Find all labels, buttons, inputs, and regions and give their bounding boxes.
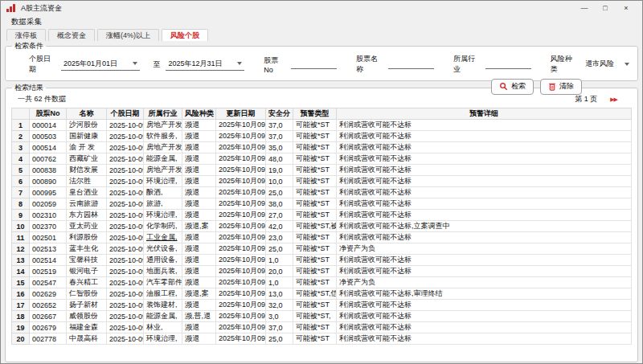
cell: 环境治理,	[144, 333, 182, 345]
industry-label: 所属行业	[453, 54, 480, 75]
table-row[interactable]: 6000890法尔胜2025-10-09环境治理,濒退2025年10月09日10…	[12, 176, 632, 187]
table-body: 1000014沙河股份2025-10-09房地产开发,濒退2025年10月09日…	[12, 120, 632, 345]
stock-no-input[interactable]	[291, 59, 337, 69]
cell: 2025-10-09	[107, 266, 144, 277]
stock-name-label: 股票名称	[356, 54, 383, 75]
tab-gainers-over-4pct[interactable]: 涨幅(4%)以上	[97, 29, 159, 41]
chevron-down-icon	[237, 62, 242, 65]
date-from-select[interactable]: 2025年01月01日	[61, 59, 140, 71]
minimize-icon[interactable]: —	[574, 2, 595, 14]
menu-data-collection[interactable]: 数据采集	[11, 17, 42, 27]
tab-limit-up-board[interactable]: 涨停板	[6, 29, 46, 41]
cell: 000503	[30, 131, 67, 142]
table-row[interactable]: 14002519银河电子2025-10-09地面兵装,濒退2025年10月09日…	[12, 266, 632, 277]
table-row[interactable]: 7000995皇台酒业2025-10-09酿酒,濒退2025年10月09日25,…	[12, 187, 632, 198]
tab-bar: 涨停板概念资金涨幅(4%)以上风险个股	[1, 29, 642, 41]
table-row[interactable]: 20002778中晟高科2025-10-09环境治理,濒退2025年10月09日…	[12, 333, 632, 345]
table-row[interactable]: 2000503国新健康2025-10-09软件服务,濒退2025年10月09日3…	[12, 131, 632, 142]
table-row[interactable]: 15002547春兴精工2025-10-09汽车零部件,濒退2025年10月09…	[12, 277, 632, 288]
cell: 002370	[30, 221, 67, 232]
table-row[interactable]: 8002059云南旅游2025-10-09旅游,濒退2025年10月09日38,…	[12, 198, 632, 210]
stock-name-input[interactable]	[388, 59, 434, 69]
cell: 利润或营收可能不达标	[337, 176, 632, 187]
column-header[interactable]: 预警类型	[293, 108, 337, 120]
column-header[interactable]: 更新日期	[216, 108, 266, 120]
cell: 2025-10-09	[107, 120, 144, 131]
cell: 2025-10-09	[107, 142, 144, 153]
table-row[interactable]: 12002513蓝丰生化2025-10-09光伏设备,濒退2025年10月09日…	[12, 243, 632, 255]
cell: 濒退	[182, 277, 216, 288]
results-table: 股票No名称个股日期所属行业风险种类更新日期安全分预警类型预警详细 100001…	[11, 108, 632, 345]
cell: 宝馨科技	[67, 255, 107, 266]
row-number: 1	[12, 120, 30, 131]
risk-type-select[interactable]: 退市风险	[583, 59, 632, 70]
cell: 23,0	[266, 232, 293, 243]
cell: 沙河股份	[67, 120, 107, 131]
close-icon[interactable]: ×	[616, 2, 637, 14]
date-from-value: 2025年01月01日	[63, 59, 117, 69]
table-row[interactable]: 13002514宝馨科技2025-10-09通用设备,濒退2025年10月09日…	[12, 255, 632, 266]
cell: 濒退	[182, 300, 216, 311]
search-button[interactable]: 检索	[491, 79, 534, 95]
row-number: 14	[12, 266, 30, 277]
cell: 可能被*ST	[293, 277, 337, 288]
column-header[interactable]: 名称	[67, 108, 107, 120]
tab-concept-funds[interactable]: 概念资金	[48, 29, 95, 41]
column-header[interactable]: 预警详细	[337, 108, 632, 120]
column-header[interactable]: 所属行业	[144, 108, 182, 120]
table-row[interactable]: 9002310东方园林2025-10-09环境治理,濒退2025年10月09日2…	[12, 210, 632, 221]
cell: 2025年10月09日	[216, 333, 266, 345]
table-row[interactable]: 16002629仁智股份2025-10-09油服工程,濒退,案2025年10月0…	[12, 288, 632, 300]
cell: 可能被*ST,信披...	[293, 288, 337, 300]
column-header[interactable]: 个股日期	[107, 108, 144, 120]
cell: 2025-10-09	[107, 288, 144, 300]
column-header[interactable]: 安全分	[266, 108, 293, 120]
tab-risk-stocks[interactable]: 风险个股	[162, 29, 208, 41]
result-count: 一共 62 件数据	[18, 94, 66, 104]
row-number: 17	[12, 300, 30, 311]
cell: 濒退	[182, 120, 216, 131]
cell: 000014	[30, 120, 67, 131]
cell: 国新健康	[67, 131, 107, 142]
cell: 濒退	[182, 232, 216, 243]
cell: 2025年10月09日	[216, 277, 266, 288]
table-row[interactable]: 18002667威领股份2025-10-09能源金属,濒,普,退2025年10月…	[12, 311, 632, 322]
cell: 20,0	[266, 266, 293, 277]
table-row[interactable]: 17002652扬子新材2025-10-09装饰建材,濒退2025年10月09日…	[12, 300, 632, 311]
cell: 2025年10月09日	[216, 322, 266, 333]
row-number: 15	[12, 277, 30, 288]
cell: 2025年10月09日	[216, 165, 266, 176]
cell: 002652	[30, 300, 67, 311]
table-row[interactable]: 5000838财信发展2025-10-09房地产开发,濒退2025年10月09日…	[12, 165, 632, 176]
search-conditions-panel: 检索条件 个股日期 2025年01月01日 至 2025年12月31日 股票No…	[5, 41, 638, 81]
column-header[interactable]: 股票No	[30, 108, 67, 120]
cell: 000762	[30, 153, 67, 165]
cell: 利润或营收可能不达标,立案调查中	[337, 221, 632, 232]
cell: 2025年10月09日	[216, 153, 266, 165]
row-header-corner	[12, 108, 30, 120]
cell: 濒退	[182, 255, 216, 266]
cell: 汽车零部件,	[144, 277, 182, 288]
table-row[interactable]: 4000762西藏矿业2025-10-09能源金属,濒退2025年10月09日4…	[12, 153, 632, 165]
cell: 仁智股份	[67, 288, 107, 300]
date-to-select[interactable]: 2025年12月31日	[166, 59, 244, 71]
maximize-icon[interactable]: □	[595, 2, 616, 14]
column-header[interactable]: 风险种类	[182, 108, 216, 120]
title-bar: A股主流资金 — □ ×	[1, 1, 642, 15]
table-row[interactable]: 1000014沙河股份2025-10-09房地产开发,濒退2025年10月09日…	[12, 120, 632, 131]
table-row[interactable]: 19002679福建金森2025-10-09林业,濒退2025年10月09日37…	[12, 322, 632, 333]
next-page-icon[interactable]: ▶▶	[610, 96, 617, 102]
cell: 32,0	[266, 300, 293, 311]
cell: 濒退	[182, 333, 216, 345]
table-row[interactable]: 10002370亚太药业2025-10-09化学制药,濒退,案2025年10月0…	[12, 221, 632, 232]
clear-button[interactable]: 清除	[540, 79, 582, 95]
cell: 濒退	[182, 142, 216, 153]
table-row[interactable]: 11002501利源股份2025-10-09工业金属,濒退2025年10月09日…	[12, 232, 632, 243]
cell: 2025年10月09日	[216, 187, 266, 198]
table-row[interactable]: 3000514渝 开 发2025-10-09房地产开发,濒退2025年10月09…	[12, 142, 632, 153]
cell: 2025年10月09日	[216, 311, 266, 322]
industry-input[interactable]	[485, 59, 531, 69]
cell: 2025-10-09	[107, 333, 144, 345]
cell: 2025-10-09	[107, 210, 144, 221]
cell: 能源金属,	[144, 153, 182, 165]
